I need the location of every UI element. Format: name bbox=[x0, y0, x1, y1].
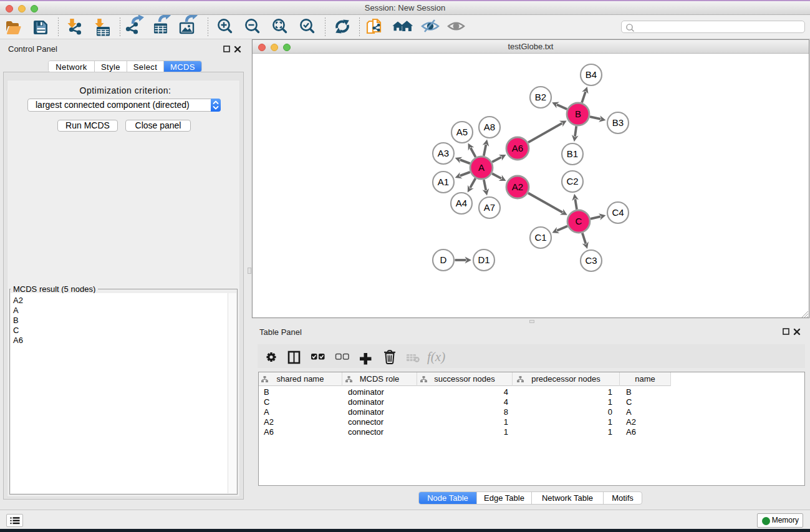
svg-text:B2: B2 bbox=[535, 92, 546, 102]
svg-text:A: A bbox=[478, 162, 485, 173]
svg-text:C2: C2 bbox=[566, 176, 578, 186]
svg-text:A2: A2 bbox=[512, 181, 523, 192]
svg-text:B1: B1 bbox=[567, 148, 578, 159]
svg-text:A1: A1 bbox=[438, 177, 449, 187]
svg-text:f(x): f(x) bbox=[427, 349, 445, 364]
svg-text:B4: B4 bbox=[586, 69, 597, 80]
svg-text:C4: C4 bbox=[612, 207, 624, 218]
svg-text:A8: A8 bbox=[484, 122, 495, 132]
svg-text:A3: A3 bbox=[438, 148, 449, 158]
svg-text:A5: A5 bbox=[456, 127, 468, 137]
svg-text:A6: A6 bbox=[512, 143, 523, 153]
svg-text:C1: C1 bbox=[534, 232, 546, 243]
svg-text:C: C bbox=[576, 216, 582, 226]
svg-text:D1: D1 bbox=[478, 254, 489, 265]
svg-text:B: B bbox=[575, 109, 581, 119]
svg-text:A4: A4 bbox=[456, 198, 467, 208]
svg-text:D: D bbox=[440, 254, 447, 265]
svg-text:A7: A7 bbox=[484, 202, 495, 213]
svg-text:C3: C3 bbox=[585, 255, 597, 266]
svg-text:B3: B3 bbox=[612, 117, 624, 128]
